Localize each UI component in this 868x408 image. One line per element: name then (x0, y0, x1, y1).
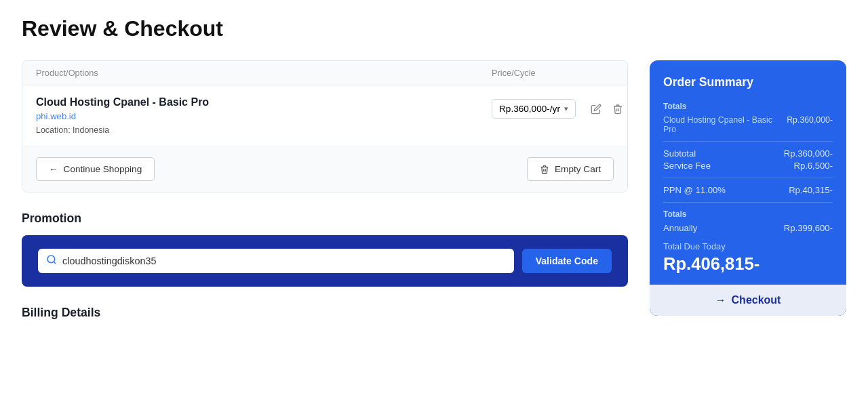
svg-line-1 (54, 262, 56, 264)
empty-cart-label: Empty Cart (555, 164, 601, 174)
product-total-label: Cloud Hosting Cpanel - Basic Pro (663, 115, 781, 134)
price-cycle-value: Rp.360,000-/yr (499, 104, 560, 114)
chevron-down-icon: ▾ (564, 104, 568, 113)
cart-footer: ← Continue Shopping Empty Cart (22, 146, 627, 192)
cart-table-header: Product/Options Price/Cycle (22, 61, 627, 85)
cart-item: Cloud Hosting Cpanel - Basic Pro phi.web… (22, 85, 627, 146)
divider-1 (663, 141, 833, 142)
col-price-header: Price/Cycle (492, 68, 614, 78)
ppn-label: PPN @ 11.00% (663, 185, 726, 195)
subtotal-label: Subtotal (663, 148, 696, 159)
page-title: Review & Checkout (22, 16, 846, 41)
price-cycle-dropdown[interactable]: Rp.360,000-/yr ▾ (492, 99, 576, 119)
annually-label: Annually (663, 223, 697, 233)
product-price-col: Rp.360,000-/yr ▾ (492, 99, 614, 119)
subtotal-row: Subtotal Rp.360,000- (663, 148, 833, 159)
delete-button[interactable] (610, 101, 626, 117)
product-link[interactable]: phi.web.id (36, 111, 492, 121)
edit-button[interactable] (588, 101, 604, 117)
totals-label: Totals (663, 102, 833, 111)
product-total-value: Rp.360,000- (787, 115, 833, 125)
service-fee-value: Rp.6,500- (793, 161, 833, 171)
billing-details-title: Billing Details (22, 306, 628, 320)
promo-input-wrap (38, 249, 514, 273)
promotion-box: Validate Code (22, 235, 628, 287)
order-summary-title: Order Summary (663, 75, 833, 89)
divider-2 (663, 178, 833, 178)
checkout-bottom: → Checkout (650, 285, 846, 316)
continue-shopping-button[interactable]: ← Continue Shopping (36, 157, 155, 181)
col-product-header: Product/Options (36, 68, 492, 78)
validate-code-button[interactable]: Validate Code (522, 249, 612, 273)
annually-value: Rp.399,600- (784, 223, 833, 233)
service-fee-row: Service Fee Rp.6,500- (663, 161, 833, 171)
total-due-amount: Rp.406,815- (663, 254, 833, 274)
subtotal-value: Rp.360,000- (784, 148, 833, 159)
location-label: Location: (36, 125, 71, 135)
search-icon (46, 254, 57, 268)
promo-code-input[interactable] (62, 249, 506, 273)
divider-3 (663, 202, 833, 203)
arrow-left-icon: ← (49, 164, 58, 174)
svg-point-0 (47, 256, 55, 263)
checkout-label: Checkout (732, 294, 781, 306)
annually-row: Annually Rp.399,600- (663, 223, 833, 233)
location-value: Indonesia (73, 125, 109, 135)
product-location: Location: Indonesia (36, 125, 492, 135)
cart-action-icons (588, 101, 626, 117)
order-summary: Order Summary Totals Cloud Hosting Cpane… (650, 60, 846, 316)
order-summary-panel: Order Summary Totals Cloud Hosting Cpane… (650, 60, 846, 316)
ppn-value: Rp.40,315- (789, 185, 833, 195)
total-due-label: Total Due Today (663, 241, 833, 251)
continue-shopping-label: Continue Shopping (64, 164, 142, 174)
left-column: Product/Options Price/Cycle Cloud Hostin… (22, 60, 628, 320)
cart-table: Product/Options Price/Cycle Cloud Hostin… (22, 60, 628, 192)
product-total-row: Cloud Hosting Cpanel - Basic Pro Rp.360,… (663, 115, 833, 134)
totals2-label: Totals (663, 209, 833, 219)
total-due-section: Total Due Today Rp.406,815- (663, 241, 833, 274)
empty-cart-button[interactable]: Empty Cart (527, 157, 614, 181)
checkout-button[interactable]: → Checkout (650, 285, 846, 316)
product-info: Cloud Hosting Cpanel - Basic Pro phi.web… (36, 96, 492, 135)
trash-icon (540, 165, 549, 174)
product-name: Cloud Hosting Cpanel - Basic Pro (36, 96, 492, 108)
promotion-title: Promotion (22, 211, 628, 226)
checkout-arrow-icon: → (715, 294, 726, 306)
ppn-row: PPN @ 11.00% Rp.40,315- (663, 185, 833, 195)
service-fee-label: Service Fee (663, 161, 711, 171)
